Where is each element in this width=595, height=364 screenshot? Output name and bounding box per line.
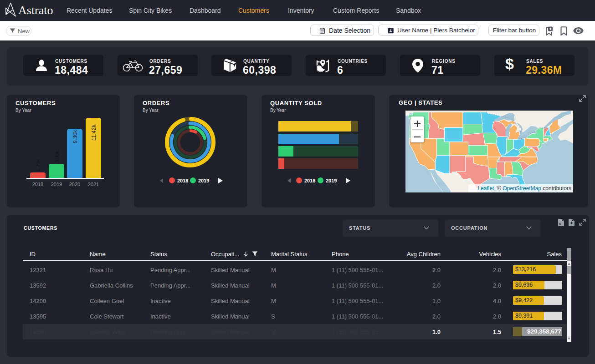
svg-text:x: x [559,222,561,226]
